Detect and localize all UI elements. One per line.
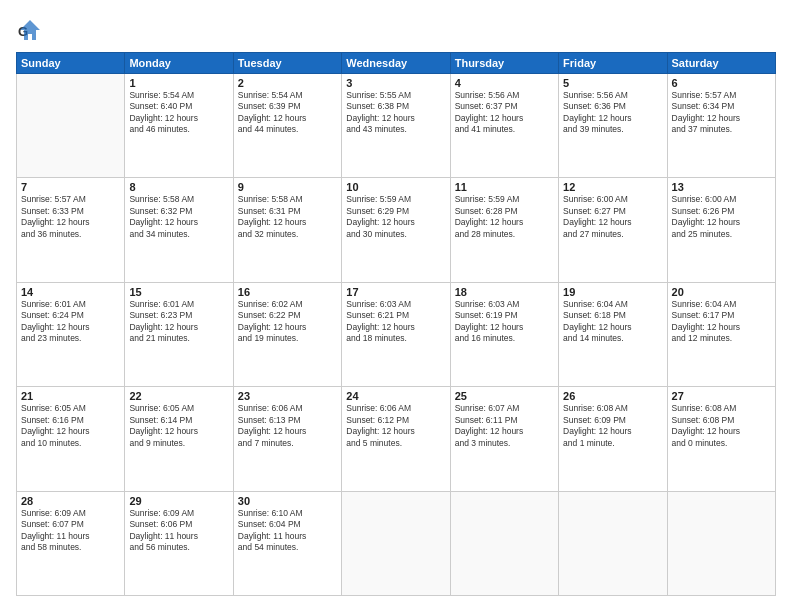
day-number: 24 bbox=[346, 390, 445, 402]
day-info: Sunrise: 6:08 AM Sunset: 6:08 PM Dayligh… bbox=[672, 403, 771, 449]
calendar-cell: 20Sunrise: 6:04 AM Sunset: 6:17 PM Dayli… bbox=[667, 282, 775, 386]
day-number: 3 bbox=[346, 77, 445, 89]
day-info: Sunrise: 5:58 AM Sunset: 6:31 PM Dayligh… bbox=[238, 194, 337, 240]
day-info: Sunrise: 5:58 AM Sunset: 6:32 PM Dayligh… bbox=[129, 194, 228, 240]
day-number: 19 bbox=[563, 286, 662, 298]
calendar-cell bbox=[667, 491, 775, 595]
calendar-cell: 6Sunrise: 5:57 AM Sunset: 6:34 PM Daylig… bbox=[667, 74, 775, 178]
day-number: 27 bbox=[672, 390, 771, 402]
calendar-cell bbox=[559, 491, 667, 595]
day-info: Sunrise: 6:06 AM Sunset: 6:13 PM Dayligh… bbox=[238, 403, 337, 449]
calendar-cell: 23Sunrise: 6:06 AM Sunset: 6:13 PM Dayli… bbox=[233, 387, 341, 491]
calendar-cell: 12Sunrise: 6:00 AM Sunset: 6:27 PM Dayli… bbox=[559, 178, 667, 282]
calendar-cell: 5Sunrise: 5:56 AM Sunset: 6:36 PM Daylig… bbox=[559, 74, 667, 178]
calendar-cell: 11Sunrise: 5:59 AM Sunset: 6:28 PM Dayli… bbox=[450, 178, 558, 282]
day-info: Sunrise: 6:03 AM Sunset: 6:19 PM Dayligh… bbox=[455, 299, 554, 345]
day-info: Sunrise: 6:01 AM Sunset: 6:24 PM Dayligh… bbox=[21, 299, 120, 345]
day-number: 10 bbox=[346, 181, 445, 193]
calendar-cell bbox=[342, 491, 450, 595]
day-number: 11 bbox=[455, 181, 554, 193]
day-number: 12 bbox=[563, 181, 662, 193]
day-number: 29 bbox=[129, 495, 228, 507]
calendar-table: SundayMondayTuesdayWednesdayThursdayFrid… bbox=[16, 52, 776, 596]
weekday-header-sunday: Sunday bbox=[17, 53, 125, 74]
day-info: Sunrise: 5:54 AM Sunset: 6:40 PM Dayligh… bbox=[129, 90, 228, 136]
day-info: Sunrise: 6:03 AM Sunset: 6:21 PM Dayligh… bbox=[346, 299, 445, 345]
calendar-cell: 7Sunrise: 5:57 AM Sunset: 6:33 PM Daylig… bbox=[17, 178, 125, 282]
calendar-cell: 30Sunrise: 6:10 AM Sunset: 6:04 PM Dayli… bbox=[233, 491, 341, 595]
calendar-cell: 16Sunrise: 6:02 AM Sunset: 6:22 PM Dayli… bbox=[233, 282, 341, 386]
day-number: 22 bbox=[129, 390, 228, 402]
calendar-cell: 3Sunrise: 5:55 AM Sunset: 6:38 PM Daylig… bbox=[342, 74, 450, 178]
day-number: 25 bbox=[455, 390, 554, 402]
calendar-cell: 19Sunrise: 6:04 AM Sunset: 6:18 PM Dayli… bbox=[559, 282, 667, 386]
day-number: 9 bbox=[238, 181, 337, 193]
day-info: Sunrise: 5:54 AM Sunset: 6:39 PM Dayligh… bbox=[238, 90, 337, 136]
day-info: Sunrise: 6:10 AM Sunset: 6:04 PM Dayligh… bbox=[238, 508, 337, 554]
weekday-header-saturday: Saturday bbox=[667, 53, 775, 74]
weekday-header-friday: Friday bbox=[559, 53, 667, 74]
day-number: 8 bbox=[129, 181, 228, 193]
day-info: Sunrise: 6:04 AM Sunset: 6:17 PM Dayligh… bbox=[672, 299, 771, 345]
day-number: 23 bbox=[238, 390, 337, 402]
calendar-cell: 27Sunrise: 6:08 AM Sunset: 6:08 PM Dayli… bbox=[667, 387, 775, 491]
day-number: 28 bbox=[21, 495, 120, 507]
day-number: 30 bbox=[238, 495, 337, 507]
calendar-cell: 17Sunrise: 6:03 AM Sunset: 6:21 PM Dayli… bbox=[342, 282, 450, 386]
weekday-header-thursday: Thursday bbox=[450, 53, 558, 74]
day-number: 26 bbox=[563, 390, 662, 402]
calendar-cell: 29Sunrise: 6:09 AM Sunset: 6:06 PM Dayli… bbox=[125, 491, 233, 595]
day-info: Sunrise: 6:05 AM Sunset: 6:14 PM Dayligh… bbox=[129, 403, 228, 449]
day-number: 15 bbox=[129, 286, 228, 298]
day-info: Sunrise: 6:09 AM Sunset: 6:07 PM Dayligh… bbox=[21, 508, 120, 554]
day-info: Sunrise: 5:59 AM Sunset: 6:28 PM Dayligh… bbox=[455, 194, 554, 240]
calendar-cell: 15Sunrise: 6:01 AM Sunset: 6:23 PM Dayli… bbox=[125, 282, 233, 386]
day-info: Sunrise: 6:02 AM Sunset: 6:22 PM Dayligh… bbox=[238, 299, 337, 345]
calendar-cell: 8Sunrise: 5:58 AM Sunset: 6:32 PM Daylig… bbox=[125, 178, 233, 282]
calendar-cell: 28Sunrise: 6:09 AM Sunset: 6:07 PM Dayli… bbox=[17, 491, 125, 595]
calendar-cell: 22Sunrise: 6:05 AM Sunset: 6:14 PM Dayli… bbox=[125, 387, 233, 491]
day-info: Sunrise: 5:57 AM Sunset: 6:33 PM Dayligh… bbox=[21, 194, 120, 240]
calendar-cell: 9Sunrise: 5:58 AM Sunset: 6:31 PM Daylig… bbox=[233, 178, 341, 282]
calendar-cell: 13Sunrise: 6:00 AM Sunset: 6:26 PM Dayli… bbox=[667, 178, 775, 282]
calendar-cell: 24Sunrise: 6:06 AM Sunset: 6:12 PM Dayli… bbox=[342, 387, 450, 491]
day-number: 14 bbox=[21, 286, 120, 298]
day-info: Sunrise: 6:06 AM Sunset: 6:12 PM Dayligh… bbox=[346, 403, 445, 449]
day-info: Sunrise: 6:05 AM Sunset: 6:16 PM Dayligh… bbox=[21, 403, 120, 449]
day-info: Sunrise: 5:57 AM Sunset: 6:34 PM Dayligh… bbox=[672, 90, 771, 136]
day-number: 20 bbox=[672, 286, 771, 298]
day-info: Sunrise: 6:01 AM Sunset: 6:23 PM Dayligh… bbox=[129, 299, 228, 345]
day-info: Sunrise: 6:04 AM Sunset: 6:18 PM Dayligh… bbox=[563, 299, 662, 345]
day-number: 7 bbox=[21, 181, 120, 193]
day-info: Sunrise: 6:07 AM Sunset: 6:11 PM Dayligh… bbox=[455, 403, 554, 449]
day-info: Sunrise: 5:59 AM Sunset: 6:29 PM Dayligh… bbox=[346, 194, 445, 240]
calendar-cell: 4Sunrise: 5:56 AM Sunset: 6:37 PM Daylig… bbox=[450, 74, 558, 178]
calendar-cell: 14Sunrise: 6:01 AM Sunset: 6:24 PM Dayli… bbox=[17, 282, 125, 386]
calendar-cell bbox=[450, 491, 558, 595]
day-info: Sunrise: 6:00 AM Sunset: 6:27 PM Dayligh… bbox=[563, 194, 662, 240]
day-number: 18 bbox=[455, 286, 554, 298]
day-number: 2 bbox=[238, 77, 337, 89]
weekday-header-tuesday: Tuesday bbox=[233, 53, 341, 74]
day-number: 5 bbox=[563, 77, 662, 89]
day-info: Sunrise: 6:00 AM Sunset: 6:26 PM Dayligh… bbox=[672, 194, 771, 240]
calendar-cell bbox=[17, 74, 125, 178]
day-info: Sunrise: 5:56 AM Sunset: 6:36 PM Dayligh… bbox=[563, 90, 662, 136]
calendar-cell: 1Sunrise: 5:54 AM Sunset: 6:40 PM Daylig… bbox=[125, 74, 233, 178]
weekday-header-wednesday: Wednesday bbox=[342, 53, 450, 74]
day-number: 21 bbox=[21, 390, 120, 402]
day-number: 16 bbox=[238, 286, 337, 298]
weekday-header-monday: Monday bbox=[125, 53, 233, 74]
calendar-cell: 21Sunrise: 6:05 AM Sunset: 6:16 PM Dayli… bbox=[17, 387, 125, 491]
calendar-cell: 2Sunrise: 5:54 AM Sunset: 6:39 PM Daylig… bbox=[233, 74, 341, 178]
day-number: 1 bbox=[129, 77, 228, 89]
calendar-cell: 25Sunrise: 6:07 AM Sunset: 6:11 PM Dayli… bbox=[450, 387, 558, 491]
calendar-cell: 10Sunrise: 5:59 AM Sunset: 6:29 PM Dayli… bbox=[342, 178, 450, 282]
day-info: Sunrise: 6:08 AM Sunset: 6:09 PM Dayligh… bbox=[563, 403, 662, 449]
day-info: Sunrise: 5:56 AM Sunset: 6:37 PM Dayligh… bbox=[455, 90, 554, 136]
day-number: 6 bbox=[672, 77, 771, 89]
day-number: 17 bbox=[346, 286, 445, 298]
day-number: 4 bbox=[455, 77, 554, 89]
logo: G bbox=[16, 16, 46, 44]
calendar-cell: 18Sunrise: 6:03 AM Sunset: 6:19 PM Dayli… bbox=[450, 282, 558, 386]
